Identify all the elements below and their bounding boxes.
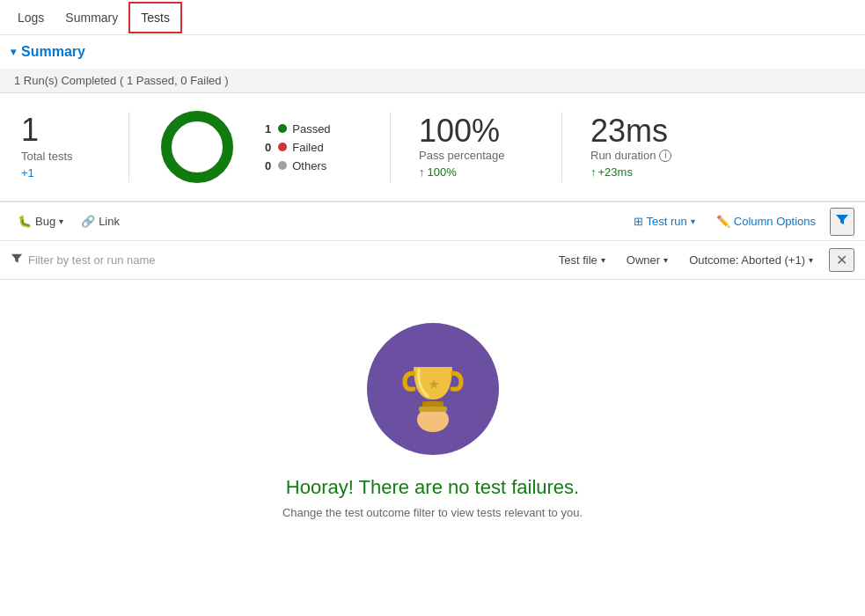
sub-message: Change the test outcome filter to view t… <box>282 506 583 519</box>
legend: 1 Passed 0 Failed 0 Others <box>265 122 362 172</box>
main-content: ★ Hooray! There are no test failures. Ch… <box>0 280 865 561</box>
toolbar-left: 🐛 Bug ▾ 🔗 Link <box>11 211 127 231</box>
passed-label: Passed <box>292 122 330 136</box>
summary-header[interactable]: ▾ Summary <box>0 35 865 69</box>
svg-point-1 <box>166 116 228 178</box>
total-tests-delta: +1 <box>21 166 100 180</box>
total-tests-block: 1 Total tests +1 <box>21 114 100 180</box>
filter-placeholder[interactable]: Filter by test or run name <box>28 253 156 267</box>
link-button[interactable]: 🔗 Link <box>74 211 127 231</box>
test-run-icon: ⊞ <box>634 215 643 228</box>
up-arrow-icon: ↑ <box>590 165 597 179</box>
total-tests-count: 1 <box>21 114 100 146</box>
toolbar-right: ⊞ Test run ▾ ✏️ Column Options <box>627 208 854 236</box>
filter-funnel-icon <box>11 253 23 268</box>
legend-failed: 0 Failed <box>265 141 362 154</box>
hooray-message: Hooray! There are no test failures. <box>286 476 579 499</box>
run-duration-label: Run duration i <box>590 149 722 162</box>
test-file-dropdown[interactable]: Test file ▾ <box>553 250 611 270</box>
pass-pct-delta: 100% <box>419 165 533 179</box>
filter-bar-right: Test file ▾ Owner ▾ Outcome: Aborted (+1… <box>553 248 854 272</box>
test-file-chevron-icon: ▾ <box>601 255 605 265</box>
failed-count: 0 <box>265 141 271 154</box>
test-run-chevron-icon: ▾ <box>691 216 695 226</box>
svg-rect-4 <box>419 407 447 412</box>
failed-dot <box>278 143 287 151</box>
others-dot <box>278 161 287 170</box>
svg-text:★: ★ <box>428 377 440 392</box>
filter-bar-left: Filter by test or run name <box>11 253 156 268</box>
failed-label: Failed <box>292 141 323 154</box>
pass-pct-label: Pass percentage <box>419 149 533 162</box>
run-duration-block: 23ms Run duration i ↑ +23ms <box>590 115 722 179</box>
passed-count: 1 <box>265 122 271 136</box>
run-summary-text: 1 Run(s) Completed ( 1 Passed, 0 Failed … <box>14 74 229 87</box>
top-nav: Logs Summary Tests <box>0 0 865 35</box>
owner-dropdown[interactable]: Owner ▾ <box>621 250 673 270</box>
owner-chevron-icon: ▾ <box>663 255 668 265</box>
tab-summary[interactable]: Summary <box>55 4 128 32</box>
bug-button[interactable]: 🐛 Bug ▾ <box>11 211 70 231</box>
bug-icon: 🐛 <box>18 215 32 228</box>
summary-section: ▾ Summary 1 Run(s) Completed ( 1 Passed,… <box>0 35 865 202</box>
link-icon: 🔗 <box>81 215 95 228</box>
divider-2 <box>390 112 391 182</box>
donut-chart <box>158 107 237 187</box>
tab-logs[interactable]: Logs <box>7 4 55 32</box>
tab-tests[interactable]: Tests <box>128 2 182 33</box>
summary-title: Summary <box>21 44 85 60</box>
others-label: Others <box>292 159 326 172</box>
outcome-dropdown[interactable]: Outcome: Aborted (+1) ▾ <box>684 250 818 270</box>
legend-passed: 1 Passed <box>265 122 362 136</box>
divider-3 <box>561 112 562 182</box>
bug-chevron-icon: ▾ <box>59 216 63 226</box>
legend-others: 0 Others <box>265 159 362 172</box>
stats-bar: 1 Run(s) Completed ( 1 Passed, 0 Failed … <box>0 69 865 93</box>
trophy-svg: ★ <box>380 336 486 442</box>
close-filter-button[interactable]: ✕ <box>829 248 854 272</box>
pass-pct-value: 100% <box>419 115 533 147</box>
chevron-icon: ▾ <box>11 46 16 58</box>
run-duration-value: 23ms <box>590 115 722 147</box>
divider-1 <box>128 112 129 182</box>
run-duration-info-icon[interactable]: i <box>659 150 671 162</box>
run-duration-delta: ↑ +23ms <box>590 165 722 179</box>
funnel-icon <box>835 213 849 227</box>
donut-svg <box>158 107 237 187</box>
toolbar: 🐛 Bug ▾ 🔗 Link ⊞ Test run ▾ ✏️ Column Op… <box>0 202 865 241</box>
trophy-illustration: ★ <box>367 323 499 455</box>
column-options-icon: ✏️ <box>716 215 730 228</box>
passed-dot <box>278 124 287 133</box>
others-count: 0 <box>265 159 271 172</box>
filter-icon-button[interactable] <box>830 208 854 236</box>
test-run-button[interactable]: ⊞ Test run ▾ <box>627 211 702 231</box>
column-options-button[interactable]: ✏️ Column Options <box>709 211 823 231</box>
outcome-chevron-icon: ▾ <box>809 255 813 265</box>
stats-content: 1 Total tests +1 1 Passed 0 F <box>0 93 865 202</box>
filter-bar: Filter by test or run name Test file ▾ O… <box>0 241 865 280</box>
pass-percentage-block: 100% Pass percentage 100% <box>419 115 533 179</box>
total-tests-label: Total tests <box>21 150 100 163</box>
